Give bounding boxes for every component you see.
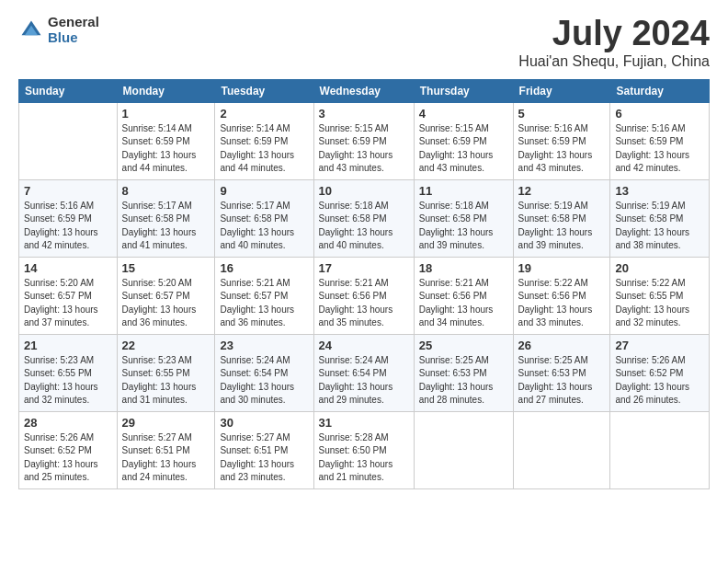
title-month: July 2024 xyxy=(518,15,710,53)
day-number: 16 xyxy=(220,261,308,275)
day-info: Sunrise: 5:26 AMSunset: 6:52 PMDaylight:… xyxy=(24,431,112,485)
day-info: Sunrise: 5:19 AMSunset: 6:58 PMDaylight:… xyxy=(615,200,704,253)
day-info: Sunrise: 5:25 AMSunset: 6:53 PMDaylight:… xyxy=(419,354,508,408)
day-number: 19 xyxy=(518,261,606,275)
day-info: Sunrise: 5:17 AMSunset: 6:58 PMDaylight:… xyxy=(122,200,210,253)
day-number: 9 xyxy=(220,184,308,198)
title-block: July 2024 Huai'an Shequ, Fujian, China xyxy=(518,15,710,70)
col-thursday: Thursday xyxy=(414,79,513,102)
day-info: Sunrise: 5:24 AMSunset: 6:54 PMDaylight:… xyxy=(319,354,409,408)
day-info: Sunrise: 5:14 AMSunset: 6:59 PMDaylight:… xyxy=(220,122,308,176)
day-number: 6 xyxy=(615,107,704,121)
table-row: 3Sunrise: 5:15 AMSunset: 6:59 PMDaylight… xyxy=(313,102,414,179)
table-row xyxy=(414,411,513,488)
logo-icon xyxy=(18,17,44,43)
calendar-week-row: 7Sunrise: 5:16 AMSunset: 6:59 PMDaylight… xyxy=(19,179,710,257)
calendar-week-row: 21Sunrise: 5:23 AMSunset: 6:55 PMDayligh… xyxy=(19,334,710,411)
table-row xyxy=(610,411,710,488)
logo-general: General xyxy=(48,15,99,30)
day-info: Sunrise: 5:19 AMSunset: 6:58 PMDaylight:… xyxy=(518,200,606,253)
day-info: Sunrise: 5:16 AMSunset: 6:59 PMDaylight:… xyxy=(518,122,606,176)
table-row xyxy=(513,411,610,488)
day-number: 3 xyxy=(319,107,409,121)
day-info: Sunrise: 5:25 AMSunset: 6:53 PMDaylight:… xyxy=(518,354,606,408)
col-wednesday: Wednesday xyxy=(313,79,414,102)
col-sunday: Sunday xyxy=(19,79,118,102)
day-number: 14 xyxy=(24,261,112,275)
day-number: 23 xyxy=(220,339,308,352)
day-number: 1 xyxy=(122,107,210,121)
table-row: 24Sunrise: 5:24 AMSunset: 6:54 PMDayligh… xyxy=(313,334,414,411)
day-info: Sunrise: 5:21 AMSunset: 6:56 PMDaylight:… xyxy=(319,277,409,330)
table-row: 19Sunrise: 5:22 AMSunset: 6:56 PMDayligh… xyxy=(513,257,610,334)
calendar-week-row: 1Sunrise: 5:14 AMSunset: 6:59 PMDaylight… xyxy=(19,102,710,179)
table-row: 21Sunrise: 5:23 AMSunset: 6:55 PMDayligh… xyxy=(19,334,118,411)
day-number: 4 xyxy=(419,107,508,121)
table-row: 5Sunrise: 5:16 AMSunset: 6:59 PMDaylight… xyxy=(513,102,610,179)
day-info: Sunrise: 5:28 AMSunset: 6:50 PMDaylight:… xyxy=(319,431,409,485)
table-row xyxy=(19,102,118,179)
day-info: Sunrise: 5:22 AMSunset: 6:55 PMDaylight:… xyxy=(615,277,704,330)
table-row: 6Sunrise: 5:16 AMSunset: 6:59 PMDaylight… xyxy=(610,102,710,179)
page: General Blue July 2024 Huai'an Shequ, Fu… xyxy=(0,0,728,563)
day-info: Sunrise: 5:15 AMSunset: 6:59 PMDaylight:… xyxy=(419,122,508,176)
day-number: 8 xyxy=(122,184,210,198)
table-row: 29Sunrise: 5:27 AMSunset: 6:51 PMDayligh… xyxy=(117,411,215,488)
day-info: Sunrise: 5:27 AMSunset: 6:51 PMDaylight:… xyxy=(122,431,210,485)
day-info: Sunrise: 5:20 AMSunset: 6:57 PMDaylight:… xyxy=(122,277,210,330)
day-info: Sunrise: 5:21 AMSunset: 6:56 PMDaylight:… xyxy=(419,277,508,330)
day-number: 24 xyxy=(319,339,409,352)
table-row: 14Sunrise: 5:20 AMSunset: 6:57 PMDayligh… xyxy=(19,257,118,334)
day-number: 28 xyxy=(24,416,112,430)
table-row: 10Sunrise: 5:18 AMSunset: 6:58 PMDayligh… xyxy=(313,179,414,257)
day-info: Sunrise: 5:16 AMSunset: 6:59 PMDaylight:… xyxy=(615,122,704,176)
table-row: 8Sunrise: 5:17 AMSunset: 6:58 PMDaylight… xyxy=(117,179,215,257)
day-info: Sunrise: 5:15 AMSunset: 6:59 PMDaylight:… xyxy=(319,122,409,176)
col-friday: Friday xyxy=(513,79,610,102)
day-number: 30 xyxy=(220,416,308,430)
table-row: 17Sunrise: 5:21 AMSunset: 6:56 PMDayligh… xyxy=(313,257,414,334)
day-info: Sunrise: 5:21 AMSunset: 6:57 PMDaylight:… xyxy=(220,277,308,330)
table-row: 2Sunrise: 5:14 AMSunset: 6:59 PMDaylight… xyxy=(215,102,313,179)
day-info: Sunrise: 5:26 AMSunset: 6:52 PMDaylight:… xyxy=(615,354,704,408)
day-number: 18 xyxy=(419,261,508,275)
logo: General Blue xyxy=(18,15,99,45)
col-monday: Monday xyxy=(117,79,215,102)
day-info: Sunrise: 5:14 AMSunset: 6:59 PMDaylight:… xyxy=(122,122,210,176)
day-number: 17 xyxy=(319,261,409,275)
table-row: 13Sunrise: 5:19 AMSunset: 6:58 PMDayligh… xyxy=(610,179,710,257)
table-row: 1Sunrise: 5:14 AMSunset: 6:59 PMDaylight… xyxy=(117,102,215,179)
day-number: 31 xyxy=(319,416,409,430)
day-number: 22 xyxy=(122,339,210,352)
day-number: 13 xyxy=(615,184,704,198)
day-info: Sunrise: 5:16 AMSunset: 6:59 PMDaylight:… xyxy=(24,200,112,253)
day-info: Sunrise: 5:23 AMSunset: 6:55 PMDaylight:… xyxy=(122,354,210,408)
calendar-week-row: 14Sunrise: 5:20 AMSunset: 6:57 PMDayligh… xyxy=(19,257,710,334)
day-number: 27 xyxy=(615,339,704,352)
day-info: Sunrise: 5:27 AMSunset: 6:51 PMDaylight:… xyxy=(220,431,308,485)
table-row: 26Sunrise: 5:25 AMSunset: 6:53 PMDayligh… xyxy=(513,334,610,411)
calendar-week-row: 28Sunrise: 5:26 AMSunset: 6:52 PMDayligh… xyxy=(19,411,710,488)
table-row: 25Sunrise: 5:25 AMSunset: 6:53 PMDayligh… xyxy=(414,334,513,411)
table-row: 28Sunrise: 5:26 AMSunset: 6:52 PMDayligh… xyxy=(19,411,118,488)
day-info: Sunrise: 5:23 AMSunset: 6:55 PMDaylight:… xyxy=(24,354,112,408)
table-row: 4Sunrise: 5:15 AMSunset: 6:59 PMDaylight… xyxy=(414,102,513,179)
calendar-table: Sunday Monday Tuesday Wednesday Thursday… xyxy=(18,79,710,489)
day-number: 15 xyxy=(122,261,210,275)
calendar-header-row: Sunday Monday Tuesday Wednesday Thursday… xyxy=(19,79,710,102)
day-info: Sunrise: 5:17 AMSunset: 6:58 PMDaylight:… xyxy=(220,200,308,253)
day-info: Sunrise: 5:24 AMSunset: 6:54 PMDaylight:… xyxy=(220,354,308,408)
col-tuesday: Tuesday xyxy=(215,79,313,102)
day-number: 5 xyxy=(518,107,606,121)
table-row: 11Sunrise: 5:18 AMSunset: 6:58 PMDayligh… xyxy=(414,179,513,257)
table-row: 30Sunrise: 5:27 AMSunset: 6:51 PMDayligh… xyxy=(215,411,313,488)
day-number: 10 xyxy=(319,184,409,198)
day-info: Sunrise: 5:18 AMSunset: 6:58 PMDaylight:… xyxy=(319,200,409,253)
table-row: 9Sunrise: 5:17 AMSunset: 6:58 PMDaylight… xyxy=(215,179,313,257)
day-number: 25 xyxy=(419,339,508,352)
table-row: 31Sunrise: 5:28 AMSunset: 6:50 PMDayligh… xyxy=(313,411,414,488)
day-info: Sunrise: 5:20 AMSunset: 6:57 PMDaylight:… xyxy=(24,277,112,330)
table-row: 12Sunrise: 5:19 AMSunset: 6:58 PMDayligh… xyxy=(513,179,610,257)
day-number: 21 xyxy=(24,339,112,352)
table-row: 22Sunrise: 5:23 AMSunset: 6:55 PMDayligh… xyxy=(117,334,215,411)
